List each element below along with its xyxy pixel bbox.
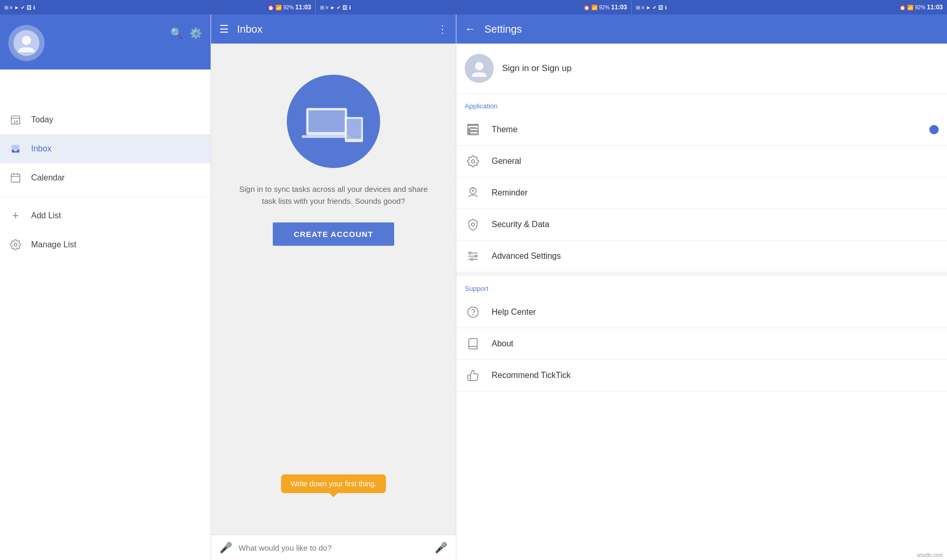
mic-left-icon[interactable]: 🎤 [219,541,232,554]
avatar[interactable] [8,25,45,61]
battery-2: 92% [599,5,609,10]
sidebar-header-icons: 🔍 ⚙️ [170,25,202,39]
sidebar-item-calendar[interactable]: Calendar [0,163,211,192]
svg-point-27 [469,252,471,254]
sidebar-item-today-label: Today [31,115,53,124]
settings-item-reminder[interactable]: Reminder [456,177,947,209]
svg-point-0 [22,36,31,45]
wifi-3: 📶 [907,5,913,10]
mic-right-icon[interactable]: 🎤 [435,541,448,554]
svg-point-15 [475,62,483,70]
sidebar-header: 🔍 ⚙️ [0,15,211,69]
inbox-icon [8,142,23,156]
status-right-1: ⏰ 📶 92% 11:03 [268,4,311,11]
time-3: 11:03 [927,4,943,11]
inbox-promo-text: Sign in to sync tasks across all your de… [211,184,456,207]
sidebar-item-today[interactable]: 14 Today [0,105,211,134]
svg-point-28 [475,255,477,257]
advanced-icon [465,248,481,264]
settings-item-recommend[interactable]: Recommend TickTick [456,360,947,391]
settings-signin-label: Sign in or Sign up [502,63,572,74]
status-right-2: ⏰ 📶 92% 11:03 [583,4,627,11]
status-bar-panel1: ⊞ ≡ ► ✔ 🖼 ℹ ⏰ 📶 92% 11:03 [0,0,316,15]
sidebar-item-add-list[interactable]: + Add List [0,201,211,230]
theme-label: Theme [492,125,919,134]
inbox-header: ☰ Inbox ⋮ [211,15,456,44]
settings-header: ← Settings [456,15,947,44]
battery-1: 92% [283,5,294,10]
task-input[interactable] [239,543,428,552]
sidebar-panel: 🔍 ⚙️ Sign in or Sign up 14 Today [0,15,211,560]
inbox-illustration [287,75,380,168]
create-account-button[interactable]: CREATE ACCOUNT [273,222,394,246]
search-icon[interactable]: 🔍 [170,27,183,39]
tooltip-text: Write down your first thing. [290,480,376,488]
svg-text:14: 14 [13,119,18,124]
sidebar-divider [0,197,211,197]
support-section-label: Support [456,276,947,297]
settings-icon[interactable]: ⚙️ [189,27,202,39]
status-icons-text-1: ⊞ ≡ ► ✔ 🖼 ℹ [4,5,35,10]
recommend-icon [465,367,481,384]
main-content: 🔍 ⚙️ Sign in or Sign up 14 Today [0,15,947,560]
settings-item-about[interactable]: About [456,328,947,360]
settings-profile-row[interactable]: Sign in or Sign up [456,44,947,94]
status-right-3: ⏰ 📶 92% 11:03 [899,4,943,11]
sidebar-item-calendar-label: Calendar [31,173,65,183]
alarm-2: ⏰ [583,5,590,10]
settings-item-theme[interactable]: Theme [456,114,947,146]
about-label: About [492,339,939,348]
about-icon [465,335,481,352]
status-icons-2: ⊞ ≡ ► ✔ 🖼 ℹ [320,5,351,10]
inbox-more-icon[interactable]: ⋮ [437,23,448,35]
inbox-header-left: ☰ Inbox [219,23,262,35]
svg-point-8 [14,243,17,246]
theme-dot [929,125,939,134]
inbox-input-bar: 🎤 🎤 [211,535,456,560]
settings-item-security[interactable]: Security & Data [456,209,947,241]
settings-item-general[interactable]: General [456,146,947,177]
status-icons-text-3: ⊞ ≡ ► ✔ 🖼 ℹ [636,5,667,10]
inbox-panel: ☰ Inbox ⋮ Sign in to sync tasks across a… [211,15,456,560]
settings-avatar [465,54,494,83]
sidebar-item-manage-list[interactable]: Manage List [0,230,211,259]
help-label: Help Center [492,307,939,317]
svg-point-31 [473,315,474,315]
manage-list-icon [8,237,23,252]
status-icons-3: ⊞ ≡ ► ✔ 🖼 ℹ [636,5,667,10]
calendar-icon [8,171,23,185]
svg-point-23 [471,223,475,226]
settings-divider [456,272,947,276]
general-label: General [492,157,939,166]
alarm-1: ⏰ [268,5,274,10]
hamburger-icon[interactable]: ☰ [219,23,229,35]
advanced-label: Advanced Settings [492,251,939,261]
svg-rect-4 [11,174,20,183]
svg-point-14 [353,140,355,142]
status-icons-1: ⊞ ≡ ► ✔ 🖼 ℹ [4,5,35,10]
settings-item-advanced[interactable]: Advanced Settings [456,241,947,272]
settings-item-help[interactable]: Help Center [456,297,947,328]
sidebar-item-inbox[interactable]: Inbox [0,134,211,163]
settings-panel: ← Settings Sign in or Sign up Applicatio… [456,15,947,560]
general-icon [465,153,481,170]
settings-content: Sign in or Sign up Application Theme [456,44,947,560]
avatar-icon [13,30,39,56]
security-label: Security & Data [492,220,939,229]
wifi-1: 📶 [275,5,282,10]
alarm-3: ⏰ [899,5,906,10]
help-icon [465,304,481,320]
status-bar: ⊞ ≡ ► ✔ 🖼 ℹ ⏰ 📶 92% 11:03 ⊞ ≡ ► ✔ 🖼 ℹ ⏰ … [0,0,947,15]
status-icons-text-2: ⊞ ≡ ► ✔ 🖼 ℹ [320,5,351,10]
settings-title: Settings [484,23,522,35]
today-icon: 14 [8,113,23,127]
security-icon [465,216,481,233]
sidebar-item-inbox-label: Inbox [31,144,51,153]
wifi-2: 📶 [591,5,597,10]
add-list-icon: + [8,208,23,223]
back-button[interactable]: ← [465,22,476,36]
application-section-label: Application [456,94,947,114]
tooltip-bubble: Write down your first thing. [281,474,385,493]
svg-point-19 [471,160,475,163]
signin-button[interactable]: Sign in or Sign up [8,74,202,93]
